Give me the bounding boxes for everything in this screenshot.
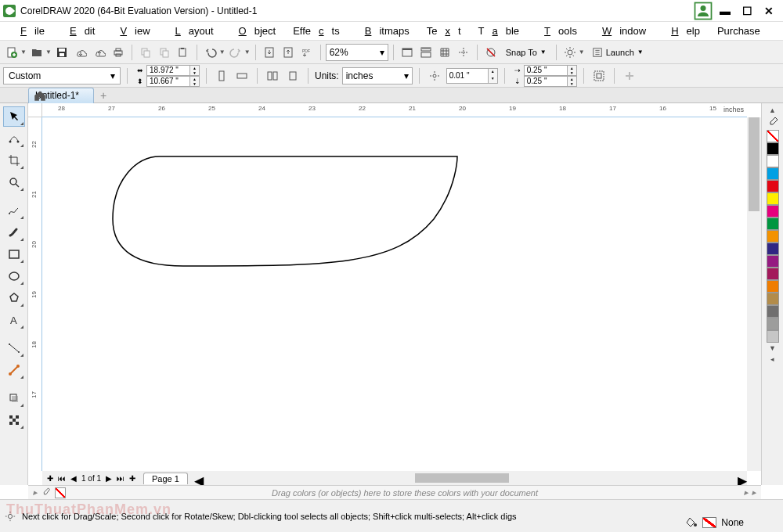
dimension-tool[interactable] — [3, 338, 25, 358]
menu-view[interactable]: View — [104, 23, 157, 38]
options-dropdown[interactable]: ▼ — [579, 49, 585, 56]
fill-indicator[interactable]: None — [685, 516, 744, 529]
cut-button[interactable] — [156, 44, 173, 61]
add-page-button[interactable]: ✚ — [45, 474, 55, 483]
doc-no-color-swatch[interactable] — [55, 487, 66, 498]
nudge-input[interactable] — [446, 68, 489, 84]
save-button[interactable] — [53, 44, 70, 61]
shape-tool[interactable] — [3, 128, 25, 149]
color-swatch[interactable] — [767, 318, 779, 330]
color-swatch[interactable] — [767, 180, 779, 192]
maximize-button[interactable]: ☐ — [736, 3, 758, 19]
export-button[interactable] — [280, 44, 297, 61]
add-page-after-button[interactable]: ✚ — [128, 474, 137, 483]
first-page-button[interactable]: ⏮ — [56, 474, 67, 483]
color-swatch[interactable] — [767, 217, 779, 230]
drop-shadow-tool[interactable] — [3, 388, 25, 408]
color-swatch[interactable] — [767, 305, 779, 318]
last-page-button[interactable]: ⏭ — [115, 474, 126, 483]
snap-off-button[interactable] — [482, 44, 500, 61]
menu-tools[interactable]: Tools — [529, 23, 585, 38]
paste-button[interactable] — [175, 44, 192, 61]
menu-table[interactable]: Table — [471, 23, 528, 38]
treat-as-filled-button[interactable] — [590, 67, 608, 84]
copy-button[interactable] — [137, 44, 154, 61]
redo-dropdown[interactable]: ▼ — [244, 49, 251, 56]
open-dropdown[interactable]: ▼ — [45, 49, 52, 56]
ruler-origin[interactable] — [28, 103, 42, 117]
palette-flyout-arrow[interactable]: ◂ — [770, 354, 774, 365]
duplicate-x-input[interactable] — [524, 65, 568, 76]
cloud-open-button[interactable] — [72, 44, 89, 61]
print-button[interactable] — [110, 44, 127, 61]
text-tool[interactable]: A — [3, 310, 25, 330]
color-swatch[interactable] — [767, 142, 779, 155]
color-swatch[interactable] — [767, 155, 779, 167]
vertical-scrollbar[interactable] — [747, 117, 761, 471]
units-combo[interactable]: inches▾ — [342, 67, 413, 84]
dup-y-spinner[interactable]: ▲▼ — [568, 76, 577, 87]
color-swatch[interactable] — [767, 293, 779, 305]
page-width-input[interactable] — [146, 65, 190, 76]
width-spinner[interactable]: ▲▼ — [190, 65, 200, 76]
doc-palette-right-arrow[interactable]: ▸ — [744, 487, 749, 498]
minimize-button[interactable]: ▬ — [714, 3, 736, 19]
open-button[interactable] — [28, 44, 45, 61]
horizontal-ruler[interactable]: inches 2827262524232221201918171615 — [42, 103, 747, 117]
next-page-button[interactable]: ▶ — [104, 474, 114, 483]
add-preset-button[interactable] — [621, 67, 638, 84]
color-swatch[interactable] — [767, 167, 779, 180]
eyedropper-icon[interactable] — [764, 116, 781, 130]
freehand-tool[interactable] — [3, 200, 25, 221]
undo-dropdown[interactable]: ▼ — [219, 49, 226, 56]
ellipse-tool[interactable] — [3, 266, 25, 286]
artistic-media-tool[interactable] — [3, 222, 25, 243]
welcome-screen-icon[interactable] — [33, 88, 47, 102]
crop-tool[interactable] — [3, 150, 25, 171]
rectangle-tool[interactable] — [3, 244, 25, 264]
landscape-button[interactable] — [233, 67, 251, 84]
palette-down-arrow[interactable]: ▼ — [769, 343, 776, 354]
menu-file[interactable]: File — [5, 23, 52, 38]
color-swatch[interactable] — [767, 205, 779, 217]
drawn-shape[interactable] — [105, 149, 465, 274]
doc-palette-menu[interactable]: ▸ — [752, 487, 756, 498]
pick-tool[interactable] — [3, 106, 25, 127]
current-page-button[interactable] — [284, 67, 301, 84]
fullscreen-button[interactable] — [399, 44, 416, 61]
color-swatch[interactable] — [767, 330, 779, 343]
color-swatch[interactable] — [767, 255, 779, 268]
snap-to-menu[interactable]: Snap To▼ — [501, 44, 551, 61]
menu-help[interactable]: Help — [655, 23, 708, 38]
portrait-button[interactable] — [213, 67, 230, 84]
no-color-swatch[interactable] — [767, 130, 779, 142]
zoom-combo[interactable]: 62%▾ — [326, 44, 388, 61]
menu-window[interactable]: Window — [586, 23, 654, 38]
menu-effects[interactable]: Effects — [285, 23, 348, 38]
new-button[interactable] — [3, 44, 20, 61]
menu-text[interactable]: Text — [419, 23, 469, 38]
menu-bitmaps[interactable]: Bitmaps — [349, 23, 417, 38]
color-swatch[interactable] — [767, 280, 779, 293]
document-palette[interactable]: ▸ Drag colors (or objects) here to store… — [28, 485, 761, 499]
connector-tool[interactable] — [3, 360, 25, 380]
color-swatch[interactable] — [767, 192, 779, 205]
grid-button[interactable] — [436, 44, 453, 61]
publish-pdf-button[interactable]: PDF — [298, 44, 316, 61]
close-button[interactable]: ✕ — [758, 3, 780, 19]
transparency-tool[interactable] — [3, 410, 25, 430]
options-button[interactable] — [561, 44, 579, 61]
add-document-tab[interactable]: + — [97, 89, 110, 102]
redo-button[interactable] — [227, 44, 244, 61]
guidelines-button[interactable] — [455, 44, 472, 61]
height-spinner[interactable]: ▲▼ — [190, 76, 200, 87]
prev-page-button[interactable]: ◀ — [69, 474, 78, 483]
page-preset-combo[interactable]: Custom▾ — [3, 67, 121, 84]
page-height-input[interactable] — [146, 76, 190, 87]
canvas[interactable] — [42, 117, 747, 471]
launch-menu[interactable]: Launch▼ — [586, 44, 649, 61]
menu-edit[interactable]: Edit — [54, 23, 103, 38]
palette-up-arrow[interactable]: ▲ — [769, 105, 776, 116]
vertical-ruler[interactable]: 222120191817 — [28, 117, 42, 471]
color-swatch[interactable] — [767, 230, 779, 243]
